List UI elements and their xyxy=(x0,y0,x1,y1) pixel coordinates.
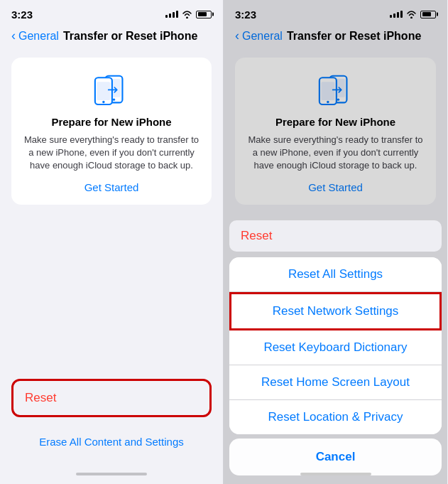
back-button-left[interactable]: ‹ General xyxy=(11,28,59,43)
action-reset-location-privacy[interactable]: Reset Location & Privacy xyxy=(229,400,442,434)
erase-button-left[interactable]: Erase All Content and Settings xyxy=(11,426,212,458)
phone-icon-left xyxy=(90,72,133,107)
main-content-left: Prepare for New iPhone Make sure everyth… xyxy=(0,49,223,467)
back-chevron-icon: ‹ xyxy=(11,28,16,43)
battery-icon xyxy=(196,11,212,18)
back-label-left: General xyxy=(18,30,59,43)
svg-point-2 xyxy=(113,98,115,100)
action-reset-all-settings[interactable]: Reset All Settings xyxy=(229,257,442,292)
action-reset-network-settings[interactable]: Reset Network Settings xyxy=(229,292,442,330)
home-bar-left xyxy=(76,473,147,475)
home-indicator-right xyxy=(224,467,447,484)
status-bar-left: 3:23 xyxy=(0,0,223,26)
action-sheet-overlay: Reset Reset All Settings Reset Network S… xyxy=(224,0,447,484)
left-phone-screen: 3:23 ‹ General Transfe xyxy=(0,0,224,484)
nav-title-left: Transfer or Reset iPhone xyxy=(63,30,197,43)
get-started-left[interactable]: Get Started xyxy=(84,181,139,193)
action-reset-keyboard-dictionary[interactable]: Reset Keyboard Dictionary xyxy=(229,330,442,365)
time-left: 3:23 xyxy=(11,9,33,21)
signal-icon xyxy=(165,11,178,18)
home-bar-right xyxy=(300,473,371,475)
transfer-icon xyxy=(90,72,133,107)
action-sheet-group: Reset All Settings Reset Network Setting… xyxy=(229,257,442,434)
action-sheet: Reset Reset All Settings Reset Network S… xyxy=(224,220,447,484)
nav-bar-left: ‹ General Transfer or Reset iPhone xyxy=(0,26,223,49)
reset-row-right[interactable]: Reset xyxy=(229,220,442,252)
card-desc-left: Make sure everything's ready to transfer… xyxy=(23,134,200,173)
svg-rect-4 xyxy=(97,82,110,100)
home-indicator-left xyxy=(0,467,223,484)
reset-label-left: Reset xyxy=(25,391,56,405)
card-title-left: Prepare for New iPhone xyxy=(51,116,171,128)
erase-label-left: Erase All Content and Settings xyxy=(39,436,183,448)
action-reset-home-screen-layout[interactable]: Reset Home Screen Layout xyxy=(229,365,442,400)
reset-label-right: Reset xyxy=(241,229,272,242)
svg-point-5 xyxy=(102,101,104,103)
reset-highlighted-box: Reset xyxy=(11,379,212,417)
reset-button-left[interactable]: Reset xyxy=(13,381,209,415)
status-icons-left xyxy=(165,11,212,18)
prepare-card-left: Prepare for New iPhone Make sure everyth… xyxy=(11,58,212,205)
right-phone-screen: 3:23 ‹ General Transfer or Reset iPhone xyxy=(224,0,447,484)
wifi-icon xyxy=(182,11,192,18)
